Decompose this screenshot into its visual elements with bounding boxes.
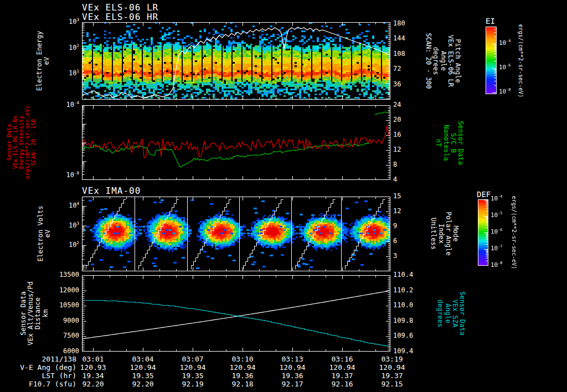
ima-spectrogram-canvas bbox=[82, 197, 390, 271]
footer-value: 03:01 bbox=[82, 355, 104, 363]
colorbar-ei-units: ergs/(cm**2-sr-sec-eV) bbox=[518, 24, 524, 97]
footer-value: 03:16 bbox=[331, 355, 353, 363]
sza-right-tick: 110.2 bbox=[393, 286, 413, 294]
footer-value: 03:13 bbox=[281, 355, 303, 363]
els-left-tick: 103 bbox=[46, 18, 79, 25]
ima-left-axis-label: Electron Volts eV bbox=[37, 205, 51, 261]
bfield-right-tick: 8 bbox=[393, 161, 397, 168]
altitude-left-tick: 6000 bbox=[46, 347, 79, 355]
ima-right-axis-label: Mode Polar Angle Index Unitless bbox=[430, 212, 460, 255]
footer-row-label: 2011/138 bbox=[0, 355, 76, 363]
footer-value: 19.36 bbox=[231, 372, 253, 380]
footer-value: 03:19 bbox=[381, 355, 403, 363]
footer-value: 120.94 bbox=[280, 363, 306, 372]
bfield-right-tick: 16 bbox=[393, 131, 401, 138]
altitude-left-tick: 12000 bbox=[46, 286, 79, 294]
els-right-tick: 144 bbox=[393, 34, 405, 42]
bfield-lineplot-canvas bbox=[82, 105, 390, 180]
els-left-axis-label: Electron Energy eV bbox=[36, 31, 50, 91]
els-right-tick: 108 bbox=[393, 50, 405, 58]
sza-right-tick: 109.8 bbox=[393, 317, 413, 324]
els-right-tick: 36 bbox=[393, 80, 401, 88]
footer-value: 03:07 bbox=[182, 355, 203, 363]
footer-value: 92.17 bbox=[281, 380, 303, 388]
colorbar-ei-title: EI bbox=[486, 17, 495, 25]
ima-right-tick: 9 bbox=[393, 222, 397, 230]
footer-value: 92.15 bbox=[381, 380, 403, 388]
sza-right-axis-label: Sensor Data VEx SZA Angle degrees bbox=[437, 291, 466, 335]
vex-summary-plot-screen: VEx ELS-06 LR VEx ELS-06 HR VEx IMA-00 E… bbox=[0, 0, 567, 392]
colorbar-def-tick: 10-4 bbox=[491, 195, 502, 203]
footer-value: 120.94 bbox=[180, 363, 206, 372]
colorbar-def-tick: 10-8 bbox=[491, 261, 502, 269]
els-left-tick: 102 bbox=[46, 44, 79, 51]
colorbar-def-tick: 10-7 bbox=[491, 245, 502, 252]
footer-row-label: V-E Ang (deg) bbox=[0, 363, 76, 372]
ima-right-tick: 6 bbox=[393, 237, 397, 245]
colorbar-def-tick: 10-5 bbox=[491, 212, 502, 219]
footer-value: 19.37 bbox=[331, 372, 353, 380]
footer-value: 120.94 bbox=[230, 363, 256, 372]
els-right-axis-label: Pitch Angle VEx ELS-06 LR Angle degrees … bbox=[425, 33, 461, 89]
bfield-left-tick: 10-8 bbox=[46, 171, 79, 179]
els-right-tick: 180 bbox=[393, 19, 405, 27]
els-right-tick: 72 bbox=[393, 65, 401, 73]
footer-value: 19.36 bbox=[281, 372, 303, 380]
footer-value: 19.35 bbox=[182, 372, 203, 380]
bfield-left-axis-label: Sensor Data VEx ELS-06 LR-Bk Energy Inte… bbox=[6, 106, 37, 179]
footer-value: 120.93 bbox=[80, 363, 106, 372]
bfield-left-tick: 10-4 bbox=[46, 101, 79, 109]
bfield-right-axis-label: Sensor Data S/C B Nanotesla nT bbox=[435, 121, 465, 164]
footer-row-label: LST (hr) bbox=[0, 372, 76, 380]
footer-value: 92.20 bbox=[82, 380, 104, 388]
els-left-tick: 101 bbox=[46, 69, 79, 77]
bfield-right-tick: 24 bbox=[393, 101, 401, 109]
colorbar-ei-tick: 10-8 bbox=[499, 88, 511, 96]
colorbar-def-canvas bbox=[478, 199, 488, 266]
els-title-hr: VEx ELS-06 HR bbox=[82, 12, 158, 22]
colorbar-def-tick: 10-6 bbox=[491, 228, 502, 236]
colorbar-def-units: ergs/(cm**2-sr-sec-eV) bbox=[511, 196, 517, 269]
footer-value: 19.35 bbox=[132, 372, 153, 380]
footer-value: 03:10 bbox=[231, 355, 253, 363]
sza-right-tick: 109.6 bbox=[393, 332, 413, 339]
footer-value: 92.16 bbox=[331, 380, 353, 388]
altitude-left-tick: 9000 bbox=[46, 317, 79, 324]
bfield-right-tick: 12 bbox=[393, 146, 401, 153]
sza-right-tick: 109.4 bbox=[393, 347, 413, 355]
sza-right-tick: 110.0 bbox=[393, 301, 413, 309]
altitude-sza-canvas bbox=[82, 275, 390, 352]
footer-value: 92.19 bbox=[182, 380, 203, 388]
sza-right-tick: 110.4 bbox=[393, 271, 413, 278]
footer-value: 120.94 bbox=[379, 363, 405, 372]
ima-right-tick: 15 bbox=[393, 192, 401, 200]
footer-value: 92.20 bbox=[132, 380, 153, 388]
colorbar-ei-canvas bbox=[486, 27, 497, 94]
footer-value: 120.94 bbox=[329, 363, 355, 372]
colorbar-ei-tick: 10-6 bbox=[499, 64, 511, 71]
ima-right-tick: 12 bbox=[393, 207, 401, 215]
colorbar-ei-tick: 10-4 bbox=[499, 39, 511, 47]
footer-value: 120.94 bbox=[130, 363, 156, 372]
bfield-right-tick: 20 bbox=[393, 116, 401, 123]
altitude-left-tick: 13500 bbox=[46, 271, 79, 278]
footer-value: 03:04 bbox=[132, 355, 153, 363]
altitude-left-axis-label: Sensor Data VEx Alt/Venus/Pd Distance km bbox=[20, 281, 49, 345]
footer-value: 92.18 bbox=[231, 380, 253, 388]
altitude-left-tick: 10500 bbox=[46, 301, 79, 309]
footer-row-label: F10.7 (sfu) bbox=[0, 380, 76, 388]
ima-right-tick: 3 bbox=[393, 252, 397, 260]
els-spectrogram-canvas bbox=[82, 22, 390, 100]
ima-title: VEx IMA-00 bbox=[82, 185, 141, 196]
footer-value: 19.37 bbox=[381, 372, 403, 380]
footer-value: 19.34 bbox=[82, 372, 104, 380]
altitude-left-tick: 7500 bbox=[46, 332, 79, 339]
colorbar-def-title: DEF bbox=[477, 190, 491, 198]
bfield-right-tick: 4 bbox=[393, 176, 397, 183]
